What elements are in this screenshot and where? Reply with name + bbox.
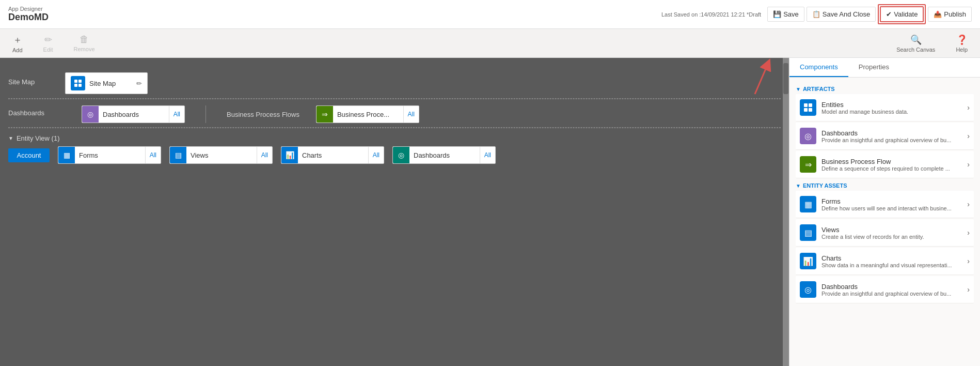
edit-icon: ✏ xyxy=(44,34,52,45)
entity-dashboards-comp-chevron-icon: › xyxy=(967,285,970,294)
canvas-content: Site Map Site Map ✏ xyxy=(0,58,789,366)
charts-all-link[interactable]: All xyxy=(368,147,384,163)
sitemap-row: Site Map Site Map ✏ xyxy=(8,66,781,99)
dashboards-bpf-row: Dashboards ◎ Dashboards All Business Pro… xyxy=(8,99,781,128)
forms-block-icon: ▦ xyxy=(58,147,75,163)
views-comp-icon: ▤ xyxy=(800,224,816,241)
top-header: App Designer DemoMD Last Saved on :14/09… xyxy=(0,0,980,29)
entity-dashboards-block[interactable]: ◎ Dashboards All xyxy=(392,146,496,164)
entity-view-label: Entity View (1) xyxy=(17,134,60,142)
artifacts-section-header: ▼ ARTIFACTS xyxy=(796,86,974,92)
charts-block[interactable]: 📊 Charts All xyxy=(281,146,384,164)
app-name: DemoMD xyxy=(8,12,49,23)
views-comp-chevron-icon: › xyxy=(967,228,970,237)
remove-toolbar-button: 🗑 Remove xyxy=(70,32,99,54)
forms-comp-chevron-icon: › xyxy=(967,200,970,208)
svg-rect-4 xyxy=(74,84,77,87)
bpf-all-link[interactable]: All xyxy=(403,106,419,123)
dashboards-row-label: Dashboards xyxy=(8,109,65,117)
component-forms[interactable]: ▦ Forms Define how users will see and in… xyxy=(796,191,974,218)
charts-comp-text: Charts Show data in a meaningful and vis… xyxy=(821,254,962,268)
tab-properties[interactable]: Properties xyxy=(848,58,899,77)
entity-dashboards-block-icon: ◎ xyxy=(393,147,409,163)
views-block[interactable]: ▤ Views All xyxy=(169,146,273,164)
entity-dashboards-comp-icon: ◎ xyxy=(800,281,816,298)
validate-icon: ✔ xyxy=(886,10,892,18)
entity-dashboards-block-label: Dashboards xyxy=(409,151,480,159)
component-entity-dashboards[interactable]: ◎ Dashboards Provide an insightful and g… xyxy=(796,276,974,303)
sitemap-block[interactable]: Site Map ✏ xyxy=(65,72,148,94)
bpf-comp-chevron-icon: › xyxy=(967,160,970,169)
component-bpf[interactable]: ⇒ Business Process Flow Define a sequenc… xyxy=(796,151,974,178)
forms-all-link[interactable]: All xyxy=(145,147,161,163)
svg-rect-2 xyxy=(74,80,77,83)
views-block-label: Views xyxy=(186,151,257,159)
publish-button[interactable]: 📤 Publish xyxy=(928,7,972,22)
sitemap-row-content: Site Map Site Map ✏ xyxy=(8,72,781,94)
charts-block-label: Charts xyxy=(298,151,368,159)
dashboards-bpf-content: Dashboards ◎ Dashboards All Business Pro… xyxy=(8,105,781,123)
scrollbar-thumb xyxy=(783,63,788,94)
save-icon: 💾 xyxy=(773,10,781,18)
views-all-link[interactable]: All xyxy=(257,147,272,163)
svg-rect-9 xyxy=(809,108,812,112)
dashboards-block-icon: ◎ xyxy=(82,106,99,123)
entities-chevron-icon: › xyxy=(967,103,970,112)
panel-section: ▼ ARTIFACTS Entities Model and manage bu… xyxy=(789,78,980,309)
dashboards-comp-chevron-icon: › xyxy=(967,132,970,140)
toolbar: ＋ Add ✏ Edit 🗑 Remove 🔍 Search Canvas ❓ … xyxy=(0,29,980,58)
component-entities[interactable]: Entities Model and manage business data.… xyxy=(796,94,974,121)
header-actions: Last Saved on :14/09/2021 12:21 *Draft 💾… xyxy=(661,4,972,24)
canvas-area: Site Map Site Map ✏ xyxy=(0,58,789,366)
sitemap-edit-icon[interactable]: ✏ xyxy=(136,80,142,87)
search-icon: 🔍 xyxy=(910,34,922,45)
entity-view-header: ▼ Entity View (1) xyxy=(8,134,781,142)
charts-comp-icon: 📊 xyxy=(800,253,816,269)
dashboards-block[interactable]: ◎ Dashboards All xyxy=(82,105,185,123)
save-button[interactable]: 💾 Save xyxy=(767,7,804,22)
save-close-button[interactable]: 📋 Save And Close xyxy=(807,7,876,22)
dashboards-comp-icon: ◎ xyxy=(800,128,816,144)
panel-tabs: Components Properties xyxy=(789,58,980,78)
add-toolbar-button[interactable]: ＋ Add xyxy=(8,32,27,55)
entity-assets-section-header: ▼ ENTITY ASSETS xyxy=(796,182,974,189)
add-icon: ＋ xyxy=(13,34,22,46)
svg-rect-5 xyxy=(78,84,82,87)
forms-block-label: Forms xyxy=(75,151,145,159)
entities-icon xyxy=(800,99,816,116)
separator xyxy=(206,105,206,123)
bpf-block[interactable]: ⇒ Business Proce... All xyxy=(316,105,419,123)
app-title-area: App Designer DemoMD xyxy=(8,6,49,23)
bpf-block-label: Business Proce... xyxy=(333,111,403,118)
charts-block-icon: 📊 xyxy=(281,147,298,163)
entity-dashboards-comp-text: Dashboards Provide an insightful and gra… xyxy=(821,283,962,297)
component-charts[interactable]: 📊 Charts Show data in a meaningful and v… xyxy=(796,248,974,275)
entities-text: Entities Model and manage business data. xyxy=(821,101,962,115)
save-close-icon: 📋 xyxy=(812,10,820,18)
app-designer-label: App Designer xyxy=(8,6,49,12)
account-label: Account xyxy=(8,148,50,162)
edit-toolbar-button: ✏ Edit xyxy=(39,32,57,55)
svg-rect-6 xyxy=(804,103,808,107)
remove-icon: 🗑 xyxy=(80,34,89,45)
tab-components[interactable]: Components xyxy=(789,58,848,77)
component-views[interactable]: ▤ Views Create a list view of records fo… xyxy=(796,219,974,247)
last-saved-label: Last Saved on :14/09/2021 12:21 *Draft xyxy=(661,11,761,18)
entity-dashboards-all-link[interactable]: All xyxy=(480,147,495,163)
component-dashboards[interactable]: ◎ Dashboards Provide an insightful and g… xyxy=(796,123,974,150)
bpf-comp-icon: ⇒ xyxy=(800,156,816,173)
dashboards-all-link[interactable]: All xyxy=(169,106,184,123)
entity-view-row: ▼ Entity View (1) Account ▦ Forms All ▤ … xyxy=(8,128,781,168)
help-button[interactable]: ❓ Help xyxy=(952,32,972,55)
forms-comp-icon: ▦ xyxy=(800,196,816,212)
views-block-icon: ▤ xyxy=(170,147,186,163)
svg-rect-7 xyxy=(809,103,812,107)
sitemap-label: Site Map xyxy=(89,80,132,87)
search-canvas-button[interactable]: 🔍 Search Canvas xyxy=(892,32,939,55)
validate-button[interactable]: ✔ Validate xyxy=(880,6,924,22)
right-panel: Components Properties ▼ ARTIFACTS xyxy=(789,58,980,366)
forms-block[interactable]: ▦ Forms All xyxy=(58,146,161,164)
svg-rect-8 xyxy=(804,108,808,112)
entity-view-arrow-icon: ▼ xyxy=(8,135,13,141)
scrollbar[interactable] xyxy=(783,58,789,366)
